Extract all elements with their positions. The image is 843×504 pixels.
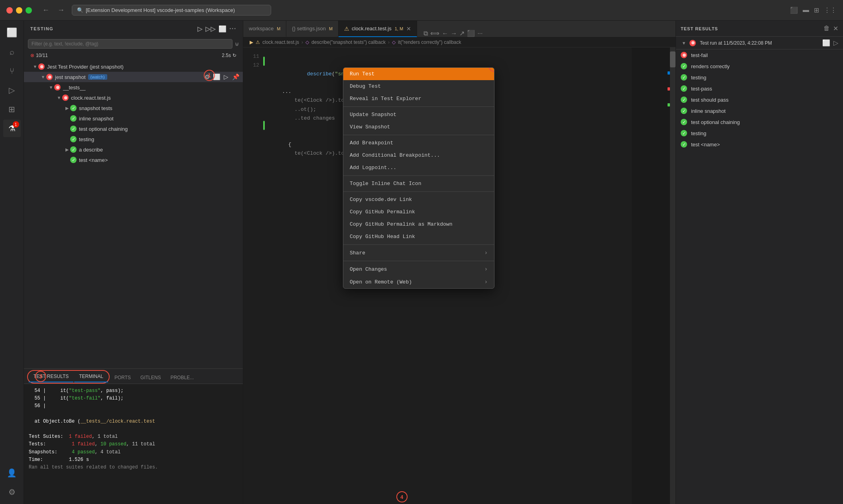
- ctx-run-test[interactable]: Run Test: [343, 68, 494, 80]
- tree-item-a-describe[interactable]: ▶ ✓ a describe: [24, 144, 243, 155]
- filter-input[interactable]: [28, 39, 232, 49]
- split-editor-icon[interactable]: ⧉: [423, 30, 428, 37]
- result-item-testing-2[interactable]: ✓ testing: [676, 128, 843, 139]
- play-icon[interactable]: ▷: [833, 39, 838, 47]
- result-label: test optional chaining: [691, 119, 740, 125]
- ctx-sep: [343, 106, 494, 107]
- tab-clock-test[interactable]: ⚠ clock.react.test.js 1, M ✕: [339, 21, 417, 37]
- error-marker: [668, 87, 670, 91]
- close-button[interactable]: [6, 7, 13, 14]
- open-changes-icon[interactable]: ⟺: [430, 30, 439, 37]
- result-item-test-pass[interactable]: ✓ test-pass: [676, 83, 843, 94]
- split-right-icon[interactable]: ⬛: [467, 30, 475, 37]
- result-item-test-name[interactable]: ✓ test <name>: [676, 139, 843, 150]
- next-change-icon[interactable]: →: [451, 30, 457, 37]
- tab-ports[interactable]: PORTS: [110, 372, 136, 384]
- activity-item-testing[interactable]: ⚗ 1: [3, 120, 21, 137]
- tab-terminal[interactable]: TERMINAL: [74, 371, 108, 382]
- ctx-copy-github-head[interactable]: Copy GitHub Head Link: [343, 230, 494, 243]
- ctx-add-logpoint[interactable]: Add Logpoint...: [343, 161, 494, 174]
- tree-item-testing[interactable]: ▶ ✓ testing: [24, 134, 243, 144]
- ctx-share[interactable]: Share ›: [343, 246, 494, 259]
- result-item-test-fail[interactable]: ⊗ test-fail: [676, 49, 843, 61]
- layout-icon[interactable]: ⊞: [814, 6, 819, 14]
- tab-settings-json[interactable]: {} settings.json M: [286, 21, 339, 37]
- activity-item-accounts[interactable]: 👤: [3, 464, 21, 482]
- maximize-button[interactable]: [26, 7, 32, 14]
- ctx-reveal-explorer[interactable]: Reveal in Test Explorer: [343, 93, 494, 105]
- annotation-4: 4: [396, 491, 408, 502]
- scrollbar-thumb[interactable]: [670, 51, 676, 67]
- open-remote-label: Open on Remote (Web): [350, 279, 412, 285]
- clock-test-label: clock.react.test.js: [352, 26, 392, 32]
- breadcrumb-describe[interactable]: describe("snapshot tests") callback: [311, 39, 386, 45]
- prev-change-icon[interactable]: ←: [442, 30, 448, 37]
- result-item-test-should-pass[interactable]: ✓ test should pass: [676, 94, 843, 105]
- pass-icon: ✓: [681, 63, 687, 69]
- sync-icon[interactable]: ↗: [459, 30, 465, 37]
- workspace-label: workspace: [249, 26, 274, 32]
- activity-item-extensions[interactable]: ⊞: [3, 100, 21, 118]
- copy-github-md-label: Copy GitHub Permalink as Markdown: [350, 221, 452, 227]
- close-tab-icon[interactable]: ✕: [406, 26, 411, 32]
- command-palette[interactable]: 🔍 [Extension Development Host] vscode-je…: [72, 5, 271, 16]
- tree-label: a describe: [79, 147, 103, 153]
- ctx-update-snapshot[interactable]: Update Snapshot: [343, 108, 494, 121]
- ctx-open-remote[interactable]: Open on Remote (Web) ›: [343, 276, 494, 288]
- activity-item-scm[interactable]: ⑂: [3, 62, 21, 80]
- delete-icon[interactable]: 🗑: [823, 25, 830, 32]
- run-with-coverage-icon[interactable]: ▷▷: [205, 25, 216, 33]
- ctx-copy-github[interactable]: Copy GitHub Permalink: [343, 206, 494, 218]
- tab-gitlens[interactable]: GITLENS: [136, 372, 165, 384]
- close-panel-icon[interactable]: ✕: [833, 25, 838, 32]
- pin-action[interactable]: 📌: [232, 73, 240, 81]
- run-action[interactable]: ▷: [222, 73, 230, 81]
- refresh-icon[interactable]: ↻: [232, 53, 236, 58]
- filter-icon[interactable]: ⊎: [235, 41, 239, 47]
- refresh-tests-icon[interactable]: ⬜: [219, 25, 227, 33]
- more-options-icon[interactable]: ···: [477, 30, 483, 37]
- ctx-sep: [343, 191, 494, 192]
- more-options-icon[interactable]: ···: [229, 25, 236, 33]
- breadcrumb-sep: ›: [301, 39, 303, 45]
- tree-item-inline-snapshot[interactable]: ▶ ✓ inline snapshot: [24, 113, 243, 124]
- copy-github-label: Copy GitHub Permalink: [350, 209, 415, 215]
- activity-item-explorer[interactable]: ⬜: [3, 24, 21, 41]
- tree-item-test-name[interactable]: ▶ ✓ test <name>: [24, 155, 243, 165]
- settings-icon: ⚙: [8, 487, 16, 497]
- sidebar-toggle-icon[interactable]: ⬛: [790, 6, 798, 14]
- panel-toggle-icon[interactable]: ▬: [803, 6, 809, 14]
- tree-item-tests-folder[interactable]: ▼ ⊗ __tests__: [24, 82, 243, 93]
- ctx-view-snapshot[interactable]: View Snapshot: [343, 121, 494, 133]
- forward-button[interactable]: →: [55, 5, 67, 15]
- result-item-optional-chaining[interactable]: ✓ test optional chaining: [676, 116, 843, 128]
- pass-icon: ✓: [681, 108, 687, 114]
- breadcrumb-it[interactable]: it("renders correctly") callback: [398, 39, 461, 45]
- tree-item-snapshot-tests[interactable]: ▶ ✓ snapshot tests: [24, 103, 243, 113]
- breadcrumb-file[interactable]: clock.react.test.js: [262, 39, 299, 45]
- ctx-add-breakpoint[interactable]: Add Breakpoint: [343, 137, 494, 149]
- result-item-inline-snapshot[interactable]: ✓ inline snapshot: [676, 105, 843, 116]
- ctx-open-changes[interactable]: Open Changes ›: [343, 263, 494, 276]
- activity-item-settings[interactable]: ⚙: [3, 483, 21, 501]
- terminal-icon[interactable]: ⬜: [822, 39, 830, 47]
- ctx-copy-vscode-link[interactable]: Copy vscode.dev Link: [343, 193, 494, 206]
- tree-item-jest-snapshot[interactable]: ▼ ⊗ jest snapshot (watch) 1 ⚙ ⬜ ▷ 📌: [24, 72, 243, 82]
- ctx-copy-github-md[interactable]: Copy GitHub Permalink as Markdown: [343, 218, 494, 230]
- result-item-renders[interactable]: ✓ renders correctly: [676, 61, 843, 72]
- tab-workspace[interactable]: workspace M: [243, 21, 286, 37]
- more-actions-icon[interactable]: ⋮⋮: [824, 6, 837, 14]
- back-button[interactable]: ←: [40, 5, 52, 15]
- minimize-button[interactable]: [16, 7, 22, 14]
- tree-item-optional-chaining[interactable]: ▶ ✓ test optional chaining: [24, 124, 243, 134]
- ctx-toggle-inline-chat[interactable]: Toggle Inline Chat Icon: [343, 177, 494, 190]
- tab-problems[interactable]: PROBLE...: [165, 372, 199, 384]
- result-item-testing[interactable]: ✓ testing: [676, 72, 843, 83]
- activity-item-run[interactable]: ▷: [3, 81, 21, 99]
- testing-badge: 1: [13, 121, 19, 128]
- ctx-debug-test[interactable]: Debug Test: [343, 80, 494, 93]
- ctx-add-conditional[interactable]: Add Conditional Breakpoint...: [343, 149, 494, 161]
- tree-item-clock-test[interactable]: ▼ ⊗ clock.react.test.js: [24, 93, 243, 103]
- run-all-tests-icon[interactable]: ▷: [197, 25, 203, 33]
- activity-item-search[interactable]: ⌕: [3, 43, 21, 61]
